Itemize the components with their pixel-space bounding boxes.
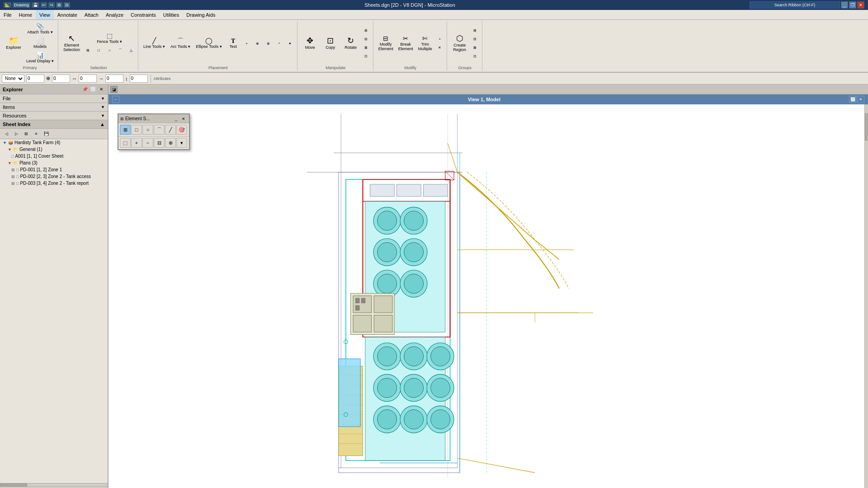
es-rect-btn[interactable]: ⊞ xyxy=(120,125,131,135)
menu-utilities[interactable]: Utilities xyxy=(160,10,183,19)
tree-root[interactable]: ▼ 📦 Hardisty Tank Farm (4) xyxy=(0,139,108,146)
tree-general[interactable]: ▼ 📁 General (1) xyxy=(0,146,108,153)
quick-back-btn[interactable]: ↩ xyxy=(41,2,47,8)
view-expand-btn[interactable]: ◪ xyxy=(110,86,118,93)
element-sel-close-btn[interactable]: ✕ xyxy=(180,116,187,122)
tree-plans[interactable]: ▼ 📁 Plans (3) xyxy=(0,160,108,166)
manip-btn2[interactable]: ⊟ xyxy=(361,35,371,43)
tree-a001[interactable]: □ A001 [1, 1] Cover Sheet xyxy=(0,153,108,160)
place-btn3[interactable]: ⊗ xyxy=(264,40,274,48)
trim-multiple-btn[interactable]: ✄ TrimMultiple xyxy=(416,34,434,52)
menu-drawing-aids[interactable]: Drawing Aids xyxy=(183,10,219,19)
restore-btn[interactable]: ❐ xyxy=(849,1,856,9)
quick-fwd-btn[interactable]: ↪ xyxy=(48,2,55,8)
es-zoom-btn[interactable]: ⊕ xyxy=(165,138,176,148)
element-selection-btn[interactable]: ↖ ElementSelection xyxy=(61,33,82,54)
es-poly-btn[interactable]: ╱ xyxy=(165,125,176,135)
fence-tools-btn[interactable]: ⬚ Fence Tools ▾ xyxy=(83,31,136,45)
create-region-btn[interactable]: ⬡ CreateRegion xyxy=(450,33,470,54)
attach-tools-btn[interactable]: 📎 Attach Tools ▾ xyxy=(24,22,56,36)
manip-btn1[interactable]: ⊞ xyxy=(361,26,371,34)
sel-btn5[interactable]: △ xyxy=(126,47,136,55)
arc-tools-btn[interactable]: ⌒ Arc Tools ▾ xyxy=(168,36,193,50)
place-btn4[interactable]: * xyxy=(274,40,284,48)
modify-element-btn[interactable]: ⊟ ModifyElement xyxy=(376,34,396,52)
es-arc-btn[interactable]: ⌒ xyxy=(154,125,165,135)
ellipse-tools-btn[interactable]: ◯ Ellipse Tools ▾ xyxy=(193,36,224,50)
place-btn1[interactable]: + xyxy=(242,40,252,48)
copy-btn[interactable]: ⊡ Copy xyxy=(321,33,340,54)
tree-pd003[interactable]: ⊞ □ PD-003 [3, 4] Zone 2 - Tank report xyxy=(0,180,108,187)
attr-val2-input[interactable] xyxy=(52,75,70,83)
menu-home[interactable]: Home xyxy=(15,10,36,19)
si-list-btn[interactable]: ≡ xyxy=(32,130,41,138)
explorer-close-btn[interactable]: ✕ xyxy=(98,86,105,93)
place-btn5[interactable]: ✦ xyxy=(285,40,295,48)
attr-val4-input[interactable] xyxy=(105,75,123,83)
sel-btn3[interactable]: ○ xyxy=(104,47,114,55)
element-sel-minimize-btn[interactable]: _ xyxy=(173,116,179,122)
grp-btn4[interactable]: ⊡ xyxy=(470,52,480,60)
items-section-header[interactable]: Items ▼ xyxy=(0,103,108,111)
view-close-btn[interactable]: ✕ xyxy=(857,96,864,103)
quick-btn4[interactable]: ⊟ xyxy=(64,2,70,8)
manip-btn3[interactable]: ⊠ xyxy=(361,43,371,52)
es-target-btn[interactable]: 🎯 xyxy=(176,125,187,135)
menu-analyze[interactable]: Analyze xyxy=(102,10,127,19)
si-fwd-btn[interactable]: ▷ xyxy=(12,130,21,138)
tree-pd001[interactable]: ⊞ □ PD-001 [1, 2] Zone 1 xyxy=(0,166,108,173)
drawing-canvas[interactable]: ⊞ Element S... _ ✕ ⊞ □ ○ xyxy=(108,104,864,488)
resources-section-header[interactable]: Resources ▼ xyxy=(0,112,108,120)
es-line-btn[interactable]: □ xyxy=(131,125,142,135)
break-element-btn[interactable]: ✂ BreakElement xyxy=(396,34,415,52)
menu-file[interactable]: File xyxy=(0,10,15,19)
grp-btn3[interactable]: ⊠ xyxy=(470,43,480,52)
es-circle-btn[interactable]: ○ xyxy=(142,125,153,135)
si-back-btn[interactable]: ◁ xyxy=(2,130,11,138)
level-display-btn[interactable]: 📊 Level Display ▾ xyxy=(24,51,56,65)
explorer-pin-btn[interactable]: 📌 xyxy=(81,86,89,93)
explorer-btn[interactable]: 📁 Explorer xyxy=(4,33,24,54)
menu-annotate[interactable]: Annotate xyxy=(54,10,81,19)
mod-btn2[interactable]: ✕ xyxy=(435,43,445,52)
manip-btn4[interactable]: ⊡ xyxy=(361,52,371,60)
line-tools-btn[interactable]: ╱ Line Tools ▾ xyxy=(141,36,167,50)
es-add-btn[interactable]: + xyxy=(131,138,142,148)
grp-btn2[interactable]: ⊟ xyxy=(470,35,480,43)
search-box[interactable]: Search Ribbon (Ctrl-F) xyxy=(750,1,840,9)
quick-save-btn[interactable]: 💾 xyxy=(32,2,39,8)
angle-value-input[interactable] xyxy=(26,75,44,83)
file-section-header[interactable]: File ▼ xyxy=(0,94,108,103)
view-prev-btn[interactable]: ← xyxy=(112,96,119,103)
si-grid-btn[interactable]: ⊞ xyxy=(22,130,31,138)
menu-attach[interactable]: Attach xyxy=(81,10,102,19)
si-save-btn[interactable]: 💾 xyxy=(42,130,51,138)
quick-btn3[interactable]: ⊞ xyxy=(56,2,62,8)
grp-btn1[interactable]: ⊞ xyxy=(470,26,480,34)
sel-btn4[interactable]: ⌒ xyxy=(115,47,125,55)
sel-btn2[interactable]: □ xyxy=(94,47,104,55)
close-btn[interactable]: ✕ xyxy=(857,1,864,9)
rotate-btn[interactable]: ↻ Rotate xyxy=(341,33,361,54)
es-dropdown-btn[interactable]: ▾ xyxy=(176,138,187,148)
tree-pd002[interactable]: ⊞ □ PD-002 [2, 3] Zone 2 - Tank access xyxy=(0,173,108,180)
view-restore-btn[interactable]: ⬜ xyxy=(849,96,856,103)
es-mask-btn[interactable]: ⊟ xyxy=(154,138,165,148)
es-subtract-btn[interactable]: − xyxy=(142,138,153,148)
attr-val5-input[interactable] xyxy=(130,75,148,83)
models-btn[interactable]: ⬜ Models xyxy=(24,36,56,50)
es-block-btn[interactable]: ⬚ xyxy=(120,138,131,148)
sheet-index-collapse-btn[interactable]: ▲ xyxy=(100,122,105,127)
mod-btn1[interactable]: + xyxy=(435,35,445,43)
explorer-restore-btn[interactable]: ⬜ xyxy=(90,86,97,93)
menu-constraints[interactable]: Constraints xyxy=(127,10,160,19)
v-scrollbar[interactable] xyxy=(864,104,868,488)
place-btn2[interactable]: ⊕ xyxy=(253,40,263,48)
active-angle-select[interactable]: None xyxy=(2,75,24,83)
sel-btn1[interactable]: ⊞ xyxy=(83,47,93,55)
minimize-btn[interactable]: _ xyxy=(841,1,848,9)
move-btn[interactable]: ✥ Move xyxy=(300,33,320,54)
menu-view[interactable]: View xyxy=(36,10,54,19)
tree-hscroll[interactable] xyxy=(0,483,108,487)
attr-val3-input[interactable] xyxy=(79,75,97,83)
